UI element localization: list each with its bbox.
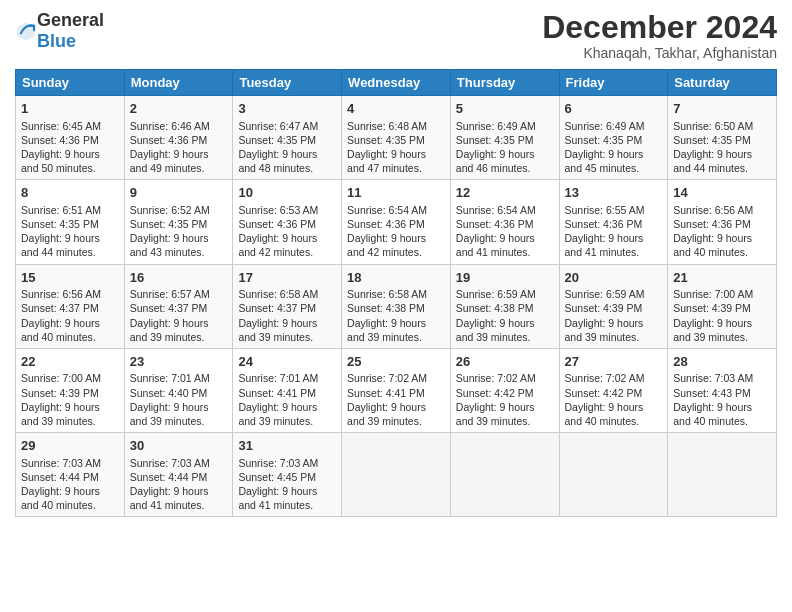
daylight-text: Daylight: 9 hours and 39 minutes. — [347, 317, 426, 343]
general-blue-icon — [15, 20, 37, 42]
sunset-text: Sunset: 4:35 PM — [673, 134, 751, 146]
sunrise-text: Sunrise: 6:45 AM — [21, 120, 101, 132]
daylight-text: Daylight: 9 hours and 50 minutes. — [21, 148, 100, 174]
sunset-text: Sunset: 4:39 PM — [673, 302, 751, 314]
sunset-text: Sunset: 4:36 PM — [347, 218, 425, 230]
daylight-text: Daylight: 9 hours and 47 minutes. — [347, 148, 426, 174]
daylight-text: Daylight: 9 hours and 42 minutes. — [347, 232, 426, 258]
sunset-text: Sunset: 4:44 PM — [21, 471, 99, 483]
day-number: 20 — [565, 269, 663, 287]
sunset-text: Sunset: 4:43 PM — [673, 387, 751, 399]
sunrise-text: Sunrise: 6:55 AM — [565, 204, 645, 216]
calendar-cell: 23Sunrise: 7:01 AMSunset: 4:40 PMDayligh… — [124, 348, 233, 432]
daylight-text: Daylight: 9 hours and 41 minutes. — [238, 485, 317, 511]
sunset-text: Sunset: 4:36 PM — [456, 218, 534, 230]
daylight-text: Daylight: 9 hours and 43 minutes. — [130, 232, 209, 258]
sunset-text: Sunset: 4:36 PM — [21, 134, 99, 146]
day-number: 25 — [347, 353, 445, 371]
daylight-text: Daylight: 9 hours and 39 minutes. — [130, 317, 209, 343]
daylight-text: Daylight: 9 hours and 40 minutes. — [673, 232, 752, 258]
day-number: 15 — [21, 269, 119, 287]
day-number: 29 — [21, 437, 119, 455]
sunrise-text: Sunrise: 6:46 AM — [130, 120, 210, 132]
sunset-text: Sunset: 4:44 PM — [130, 471, 208, 483]
calendar-week-row: 22Sunrise: 7:00 AMSunset: 4:39 PMDayligh… — [16, 348, 777, 432]
calendar-cell: 15Sunrise: 6:56 AMSunset: 4:37 PMDayligh… — [16, 264, 125, 348]
calendar-table: SundayMondayTuesdayWednesdayThursdayFrid… — [15, 69, 777, 517]
day-of-week-header: Friday — [559, 70, 668, 96]
sunrise-text: Sunrise: 6:59 AM — [565, 288, 645, 300]
sunrise-text: Sunrise: 6:49 AM — [456, 120, 536, 132]
logo: General Blue — [15, 10, 104, 52]
daylight-text: Daylight: 9 hours and 39 minutes. — [238, 401, 317, 427]
day-number: 13 — [565, 184, 663, 202]
day-number: 24 — [238, 353, 336, 371]
calendar-header-row: SundayMondayTuesdayWednesdayThursdayFrid… — [16, 70, 777, 96]
calendar-cell: 16Sunrise: 6:57 AMSunset: 4:37 PMDayligh… — [124, 264, 233, 348]
sunrise-text: Sunrise: 6:53 AM — [238, 204, 318, 216]
sunset-text: Sunset: 4:39 PM — [565, 302, 643, 314]
sunrise-text: Sunrise: 7:03 AM — [130, 457, 210, 469]
day-of-week-header: Monday — [124, 70, 233, 96]
sunset-text: Sunset: 4:45 PM — [238, 471, 316, 483]
calendar-cell: 6Sunrise: 6:49 AMSunset: 4:35 PMDaylight… — [559, 96, 668, 180]
sunrise-text: Sunrise: 6:57 AM — [130, 288, 210, 300]
day-number: 10 — [238, 184, 336, 202]
sunset-text: Sunset: 4:36 PM — [565, 218, 643, 230]
sunset-text: Sunset: 4:35 PM — [130, 218, 208, 230]
sunset-text: Sunset: 4:35 PM — [456, 134, 534, 146]
calendar-cell: 4Sunrise: 6:48 AMSunset: 4:35 PMDaylight… — [342, 96, 451, 180]
calendar-cell: 24Sunrise: 7:01 AMSunset: 4:41 PMDayligh… — [233, 348, 342, 432]
daylight-text: Daylight: 9 hours and 41 minutes. — [456, 232, 535, 258]
sunset-text: Sunset: 4:37 PM — [21, 302, 99, 314]
day-number: 2 — [130, 100, 228, 118]
daylight-text: Daylight: 9 hours and 39 minutes. — [565, 317, 644, 343]
day-number: 12 — [456, 184, 554, 202]
day-of-week-header: Sunday — [16, 70, 125, 96]
logo-general: General — [37, 10, 104, 30]
daylight-text: Daylight: 9 hours and 39 minutes. — [238, 317, 317, 343]
sunrise-text: Sunrise: 6:51 AM — [21, 204, 101, 216]
sunrise-text: Sunrise: 7:00 AM — [673, 288, 753, 300]
sunset-text: Sunset: 4:35 PM — [21, 218, 99, 230]
calendar-week-row: 29Sunrise: 7:03 AMSunset: 4:44 PMDayligh… — [16, 433, 777, 517]
calendar-week-row: 8Sunrise: 6:51 AMSunset: 4:35 PMDaylight… — [16, 180, 777, 264]
daylight-text: Daylight: 9 hours and 48 minutes. — [238, 148, 317, 174]
calendar-cell: 26Sunrise: 7:02 AMSunset: 4:42 PMDayligh… — [450, 348, 559, 432]
calendar-cell: 25Sunrise: 7:02 AMSunset: 4:41 PMDayligh… — [342, 348, 451, 432]
calendar-cell: 18Sunrise: 6:58 AMSunset: 4:38 PMDayligh… — [342, 264, 451, 348]
sunrise-text: Sunrise: 6:58 AM — [238, 288, 318, 300]
daylight-text: Daylight: 9 hours and 40 minutes. — [673, 401, 752, 427]
daylight-text: Daylight: 9 hours and 40 minutes. — [21, 485, 100, 511]
day-number: 27 — [565, 353, 663, 371]
sunset-text: Sunset: 4:42 PM — [456, 387, 534, 399]
daylight-text: Daylight: 9 hours and 39 minutes. — [456, 317, 535, 343]
calendar-cell: 20Sunrise: 6:59 AMSunset: 4:39 PMDayligh… — [559, 264, 668, 348]
calendar-cell: 11Sunrise: 6:54 AMSunset: 4:36 PMDayligh… — [342, 180, 451, 264]
daylight-text: Daylight: 9 hours and 41 minutes. — [565, 232, 644, 258]
day-number: 19 — [456, 269, 554, 287]
sunset-text: Sunset: 4:41 PM — [347, 387, 425, 399]
day-number: 16 — [130, 269, 228, 287]
sunrise-text: Sunrise: 6:48 AM — [347, 120, 427, 132]
sunset-text: Sunset: 4:38 PM — [456, 302, 534, 314]
daylight-text: Daylight: 9 hours and 44 minutes. — [21, 232, 100, 258]
day-number: 26 — [456, 353, 554, 371]
calendar-week-row: 15Sunrise: 6:56 AMSunset: 4:37 PMDayligh… — [16, 264, 777, 348]
daylight-text: Daylight: 9 hours and 39 minutes. — [347, 401, 426, 427]
sunset-text: Sunset: 4:37 PM — [238, 302, 316, 314]
day-number: 31 — [238, 437, 336, 455]
calendar-cell: 3Sunrise: 6:47 AMSunset: 4:35 PMDaylight… — [233, 96, 342, 180]
day-number: 23 — [130, 353, 228, 371]
calendar-cell: 14Sunrise: 6:56 AMSunset: 4:36 PMDayligh… — [668, 180, 777, 264]
sunrise-text: Sunrise: 6:59 AM — [456, 288, 536, 300]
sunrise-text: Sunrise: 6:56 AM — [21, 288, 101, 300]
sunrise-text: Sunrise: 7:03 AM — [21, 457, 101, 469]
sunrise-text: Sunrise: 7:01 AM — [130, 372, 210, 384]
daylight-text: Daylight: 9 hours and 49 minutes. — [130, 148, 209, 174]
day-number: 5 — [456, 100, 554, 118]
daylight-text: Daylight: 9 hours and 45 minutes. — [565, 148, 644, 174]
calendar-cell: 8Sunrise: 6:51 AMSunset: 4:35 PMDaylight… — [16, 180, 125, 264]
sunrise-text: Sunrise: 6:58 AM — [347, 288, 427, 300]
day-number: 21 — [673, 269, 771, 287]
